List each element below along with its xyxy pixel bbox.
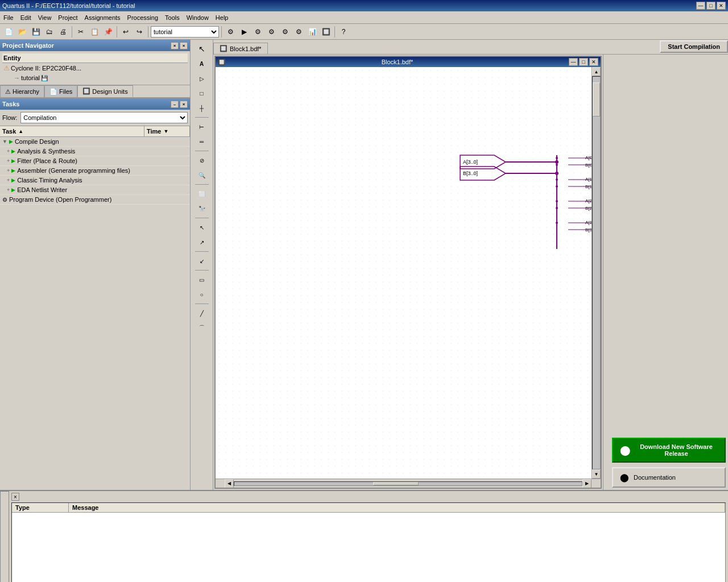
project-dropdown[interactable]: tutorial [151, 26, 219, 38]
sch-arrow-ul-button[interactable]: ↖ [194, 221, 210, 234]
tab-hierarchy[interactable]: ⚠ Hierarchy [0, 85, 44, 97]
save-all-button[interactable]: 🗂 [43, 26, 56, 38]
print-button[interactable]: 🖨 [57, 26, 69, 38]
undo-button[interactable]: ↩ [119, 26, 132, 38]
programmer-button[interactable]: ⚙ [292, 26, 305, 38]
scroll-track[interactable] [592, 76, 601, 469]
copy-button[interactable]: 📋 [88, 26, 101, 38]
sch-ellipse-button[interactable]: ○ [194, 288, 210, 301]
task-row-analysis[interactable]: + ▶ Analysis & Synthesis [0, 147, 190, 156]
task-row-fitter[interactable]: + ▶ Fitter (Place & Route) [0, 156, 190, 166]
new-button[interactable]: 📄 [2, 26, 15, 38]
flow-dropdown[interactable]: Compilation [20, 112, 188, 123]
schematic-close-button[interactable]: ✕ [589, 58, 598, 66]
fitter-button[interactable]: ⚙ [251, 26, 264, 38]
task-row-eda[interactable]: + ▶ EDA Netlist Writer [0, 185, 190, 195]
tab-files[interactable]: 📄 Files [44, 85, 77, 97]
help-button[interactable]: ? [337, 26, 350, 38]
close-button[interactable]: ✕ [717, 2, 726, 10]
sch-connect-button[interactable]: ┼ [194, 101, 210, 115]
sch-block-button[interactable]: □ [194, 86, 210, 100]
messages-close-button[interactable]: × [11, 493, 19, 501]
assembler-button[interactable]: ⚙ [265, 26, 278, 38]
scroll-down-button[interactable]: ▼ [592, 469, 601, 479]
task-tree-header: Task ▲ Time ▼ [0, 126, 190, 137]
tab-design-units[interactable]: 🔲 Design Units [77, 85, 133, 97]
download-software-button[interactable]: ⬤ Download New Software Release [612, 438, 726, 463]
sch-monitor-button[interactable]: ⬜ [194, 187, 210, 201]
scroll-thumb[interactable] [593, 82, 600, 117]
task-row-program[interactable]: ⚙ Program Device (Open Programmer) [0, 195, 190, 205]
schematic-canvas[interactable]: A[3..0] B[3..0] [216, 67, 592, 479]
expand-fitter-icon[interactable]: + [7, 158, 10, 164]
maximize-button[interactable]: □ [706, 2, 715, 10]
play-compile-icon: ▶ [9, 139, 13, 144]
chip-planner-button[interactable]: 🔲 [320, 26, 332, 38]
documentation-button[interactable]: ⬤ Documentation [612, 467, 726, 488]
expand-timing-icon[interactable]: + [7, 177, 10, 183]
hierarchy-icon: ⚠ [5, 88, 11, 95]
nav-close-button[interactable]: × [180, 42, 188, 49]
menu-window[interactable]: Window [183, 11, 212, 23]
task-row-compile[interactable]: ▼ ▶ Compile Design [0, 137, 190, 147]
schematic-maximize-button[interactable]: □ [579, 58, 588, 66]
hscroll-track[interactable] [234, 481, 582, 486]
minimize-button[interactable]: — [696, 2, 705, 10]
menu-assignments[interactable]: Assignments [81, 11, 124, 23]
timing-button[interactable]: ⚙ [279, 26, 291, 38]
message-column-header: Message [69, 503, 725, 512]
sch-arrow-dl-button[interactable]: ↙ [194, 254, 210, 268]
expand-eda-icon[interactable]: + [7, 187, 10, 193]
scroll-left-button[interactable]: ◀ [225, 479, 234, 488]
schematic-minimize-button[interactable]: — [569, 58, 578, 66]
analysis-synth-button[interactable]: ⚙ [224, 26, 237, 38]
title-bar: Quartus II - F:/EECT112/tutorial/tutoria… [0, 0, 728, 11]
save-button[interactable]: 💾 [30, 26, 42, 38]
sch-arc-button[interactable]: ⌒ [194, 321, 210, 335]
entity-column-header: Entity [2, 53, 188, 63]
sch-separator-3 [195, 184, 209, 185]
start-compilation-button[interactable]: Start Compilation [660, 40, 728, 53]
sch-text-button[interactable]: A [194, 57, 210, 70]
sch-line-button[interactable]: ╱ [194, 306, 210, 320]
compile-button[interactable]: ▶ [238, 26, 250, 38]
menu-help[interactable]: Help [212, 11, 232, 23]
sch-select-button[interactable]: ↖ [194, 42, 210, 56]
sch-zoom-button[interactable]: 🔍 [194, 168, 210, 182]
sch-orthogonal-button[interactable]: ⊢ [194, 120, 210, 134]
sch-find-button[interactable]: 🔭 [194, 202, 210, 215]
sch-bus-button[interactable]: ═ [194, 135, 210, 148]
vertical-scrollbar[interactable]: ▲ ▼ [592, 67, 601, 479]
horizontal-scrollbar[interactable]: ◀ ▶ [216, 479, 601, 488]
sch-arrow-ur-button[interactable]: ↗ [194, 235, 210, 249]
cut-button[interactable]: ✂ [75, 26, 87, 38]
task-row-timing[interactable]: + ▶ Classic Timing Analysis [0, 176, 190, 185]
menu-file[interactable]: File [0, 11, 17, 23]
device-row[interactable]: ⚠ Cyclone II: EP2C20F48... [2, 63, 188, 73]
tasks-pin-button[interactable]: – [171, 101, 179, 108]
menu-processing[interactable]: Processing [124, 11, 162, 23]
menu-edit[interactable]: Edit [17, 11, 35, 23]
hscroll-thumb[interactable] [373, 482, 419, 485]
expand-assembler-icon[interactable]: + [7, 168, 10, 173]
expand-compile-icon[interactable]: ▼ [2, 139, 7, 144]
sch-rect-button[interactable]: ▭ [194, 273, 210, 286]
sch-symbol-button[interactable]: ▷ [194, 72, 210, 85]
scroll-right-button[interactable]: ▶ [582, 479, 592, 488]
menu-project[interactable]: Project [55, 11, 81, 23]
open-button[interactable]: 📂 [16, 26, 28, 38]
menu-view[interactable]: View [35, 11, 55, 23]
nav-pin-button[interactable]: × [171, 42, 179, 49]
scroll-up-button[interactable]: ▲ [592, 67, 601, 76]
menu-tools[interactable]: Tools [162, 11, 183, 23]
paste-button[interactable]: 📌 [102, 26, 114, 38]
tutorial-row[interactable]: → tutorial 💾 [2, 73, 188, 82]
tasks-close-button[interactable]: × [180, 101, 188, 108]
task-row-assembler[interactable]: + ▶ Assembler (Generate programming file… [0, 166, 190, 176]
redo-button[interactable]: ↪ [133, 26, 146, 38]
outer-schematic-tab[interactable]: 🔲 Block1.bdf* [213, 43, 268, 54]
signaltap-button[interactable]: 📊 [306, 26, 318, 38]
expand-analysis-icon[interactable]: + [7, 148, 10, 154]
sch-rubber-button[interactable]: ⊘ [194, 153, 210, 167]
svg-text:A[3..0]: A[3..0] [463, 159, 478, 165]
